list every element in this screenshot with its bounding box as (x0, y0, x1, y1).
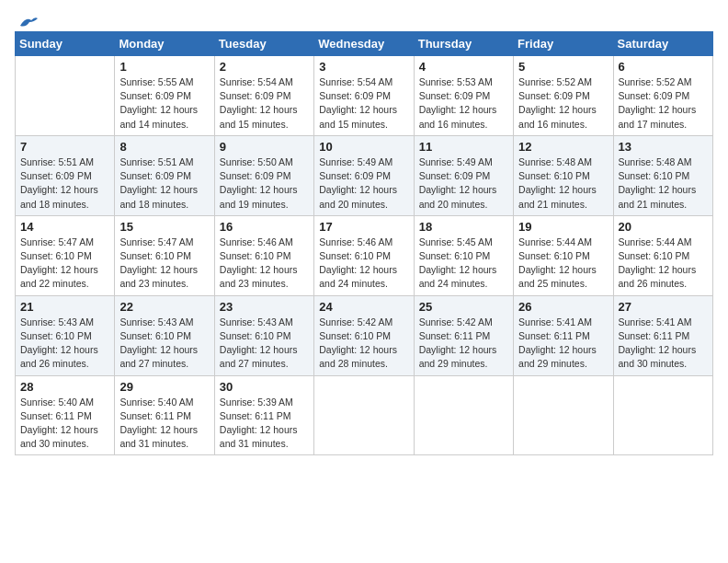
day-info: Sunrise: 5:46 AM Sunset: 6:10 PM Dayligh… (319, 236, 408, 292)
day-info: Sunrise: 5:45 AM Sunset: 6:10 PM Dayligh… (419, 236, 508, 292)
day-number: 1 (119, 60, 209, 74)
day-number: 26 (518, 300, 608, 314)
day-number: 28 (20, 380, 109, 394)
day-info: Sunrise: 5:49 AM Sunset: 6:09 PM Dayligh… (319, 155, 408, 212)
day-info: Sunrise: 5:54 AM Sunset: 6:09 PM Dayligh… (220, 75, 309, 132)
calendar-cell (414, 375, 513, 455)
day-number: 24 (319, 300, 408, 314)
day-info: Sunrise: 5:47 AM Sunset: 6:10 PM Dayligh… (20, 236, 109, 292)
calendar-cell (314, 375, 414, 455)
day-number: 15 (119, 220, 209, 234)
day-info: Sunrise: 5:46 AM Sunset: 6:10 PM Dayligh… (220, 236, 309, 292)
day-number: 19 (518, 220, 608, 234)
calendar-cell: 24Sunrise: 5:42 AM Sunset: 6:10 PM Dayli… (314, 295, 414, 375)
day-info: Sunrise: 5:53 AM Sunset: 6:09 PM Dayligh… (419, 75, 508, 132)
day-number: 7 (20, 140, 109, 154)
calendar-cell: 5Sunrise: 5:52 AM Sunset: 6:09 PM Daylig… (514, 56, 613, 136)
calendar-cell: 17Sunrise: 5:46 AM Sunset: 6:10 PM Dayli… (314, 215, 414, 295)
calendar-cell: 22Sunrise: 5:43 AM Sunset: 6:10 PM Dayli… (115, 295, 214, 375)
day-info: Sunrise: 5:40 AM Sunset: 6:11 PM Dayligh… (119, 396, 209, 452)
weekday-header-wednesday: Wednesday (314, 32, 414, 56)
day-info: Sunrise: 5:44 AM Sunset: 6:10 PM Dayligh… (619, 236, 708, 292)
day-number: 9 (220, 140, 309, 154)
calendar-cell: 27Sunrise: 5:41 AM Sunset: 6:11 PM Dayli… (613, 295, 712, 375)
weekday-header-monday: Monday (115, 32, 214, 56)
calendar-cell: 16Sunrise: 5:46 AM Sunset: 6:10 PM Dayli… (214, 215, 313, 295)
day-info: Sunrise: 5:48 AM Sunset: 6:10 PM Dayligh… (518, 155, 608, 212)
day-info: Sunrise: 5:52 AM Sunset: 6:09 PM Dayligh… (518, 75, 608, 132)
day-info: Sunrise: 5:42 AM Sunset: 6:10 PM Dayligh… (319, 316, 408, 372)
day-info: Sunrise: 5:41 AM Sunset: 6:11 PM Dayligh… (518, 316, 608, 372)
weekday-header-saturday: Saturday (613, 32, 712, 56)
weekday-header-thursday: Thursday (414, 32, 513, 56)
day-number: 20 (619, 220, 708, 234)
day-number: 29 (119, 380, 209, 394)
calendar-cell (514, 375, 613, 455)
day-info: Sunrise: 5:47 AM Sunset: 6:10 PM Dayligh… (119, 236, 209, 292)
day-info: Sunrise: 5:40 AM Sunset: 6:11 PM Dayligh… (20, 396, 109, 452)
calendar-cell: 14Sunrise: 5:47 AM Sunset: 6:10 PM Dayli… (16, 215, 115, 295)
day-number: 3 (319, 60, 408, 74)
day-number: 27 (619, 300, 708, 314)
calendar-cell: 10Sunrise: 5:49 AM Sunset: 6:09 PM Dayli… (314, 135, 414, 215)
day-info: Sunrise: 5:55 AM Sunset: 6:09 PM Dayligh… (119, 75, 209, 132)
calendar-cell: 18Sunrise: 5:45 AM Sunset: 6:10 PM Dayli… (414, 215, 513, 295)
calendar-cell (613, 375, 712, 455)
day-number: 8 (119, 140, 209, 154)
day-number: 30 (220, 380, 309, 394)
day-number: 21 (20, 300, 109, 314)
day-number: 16 (220, 220, 309, 234)
weekday-header-friday: Friday (514, 32, 613, 56)
day-info: Sunrise: 5:51 AM Sunset: 6:09 PM Dayligh… (119, 155, 209, 212)
weekday-header-row: SundayMondayTuesdayWednesdayThursdayFrid… (16, 32, 713, 56)
week-row-1: 7Sunrise: 5:51 AM Sunset: 6:09 PM Daylig… (16, 135, 713, 215)
weekday-header-tuesday: Tuesday (214, 32, 313, 56)
week-row-0: 1Sunrise: 5:55 AM Sunset: 6:09 PM Daylig… (16, 56, 713, 136)
week-row-4: 28Sunrise: 5:40 AM Sunset: 6:11 PM Dayli… (16, 375, 713, 455)
day-info: Sunrise: 5:50 AM Sunset: 6:09 PM Dayligh… (220, 155, 309, 212)
calendar-cell: 3Sunrise: 5:54 AM Sunset: 6:09 PM Daylig… (314, 56, 414, 136)
day-number: 12 (518, 140, 608, 154)
day-info: Sunrise: 5:41 AM Sunset: 6:11 PM Dayligh… (619, 316, 708, 372)
day-number: 17 (319, 220, 408, 234)
calendar-cell: 1Sunrise: 5:55 AM Sunset: 6:09 PM Daylig… (115, 56, 214, 136)
day-info: Sunrise: 5:42 AM Sunset: 6:11 PM Dayligh… (419, 316, 508, 372)
calendar-cell: 15Sunrise: 5:47 AM Sunset: 6:10 PM Dayli… (115, 215, 214, 295)
day-info: Sunrise: 5:52 AM Sunset: 6:09 PM Dayligh… (619, 75, 708, 132)
calendar-cell: 4Sunrise: 5:53 AM Sunset: 6:09 PM Daylig… (414, 56, 513, 136)
calendar-cell: 13Sunrise: 5:48 AM Sunset: 6:10 PM Dayli… (613, 135, 712, 215)
day-number: 6 (619, 60, 708, 74)
page-header (15, 15, 713, 26)
calendar-cell: 12Sunrise: 5:48 AM Sunset: 6:10 PM Dayli… (514, 135, 613, 215)
calendar-cell: 25Sunrise: 5:42 AM Sunset: 6:11 PM Dayli… (414, 295, 513, 375)
day-info: Sunrise: 5:39 AM Sunset: 6:11 PM Dayligh… (220, 396, 309, 452)
calendar-cell (16, 56, 115, 136)
day-number: 11 (419, 140, 508, 154)
day-info: Sunrise: 5:49 AM Sunset: 6:09 PM Dayligh… (419, 155, 508, 212)
logo-bird-icon (18, 15, 39, 29)
day-number: 23 (220, 300, 309, 314)
day-number: 22 (119, 300, 209, 314)
day-info: Sunrise: 5:43 AM Sunset: 6:10 PM Dayligh… (220, 316, 309, 372)
week-row-3: 21Sunrise: 5:43 AM Sunset: 6:10 PM Dayli… (16, 295, 713, 375)
day-number: 18 (419, 220, 508, 234)
calendar-cell: 19Sunrise: 5:44 AM Sunset: 6:10 PM Dayli… (514, 215, 613, 295)
week-row-2: 14Sunrise: 5:47 AM Sunset: 6:10 PM Dayli… (16, 215, 713, 295)
calendar-cell: 6Sunrise: 5:52 AM Sunset: 6:09 PM Daylig… (613, 56, 712, 136)
calendar-table: SundayMondayTuesdayWednesdayThursdayFrid… (15, 31, 713, 455)
day-number: 14 (20, 220, 109, 234)
calendar-cell: 23Sunrise: 5:43 AM Sunset: 6:10 PM Dayli… (214, 295, 313, 375)
calendar-cell: 2Sunrise: 5:54 AM Sunset: 6:09 PM Daylig… (214, 56, 313, 136)
logo (15, 15, 39, 26)
calendar-cell: 21Sunrise: 5:43 AM Sunset: 6:10 PM Dayli… (16, 295, 115, 375)
day-number: 10 (319, 140, 408, 154)
calendar-cell: 11Sunrise: 5:49 AM Sunset: 6:09 PM Dayli… (414, 135, 513, 215)
weekday-header-sunday: Sunday (16, 32, 115, 56)
day-number: 4 (419, 60, 508, 74)
day-info: Sunrise: 5:54 AM Sunset: 6:09 PM Dayligh… (319, 75, 408, 132)
calendar-cell: 20Sunrise: 5:44 AM Sunset: 6:10 PM Dayli… (613, 215, 712, 295)
calendar-cell: 7Sunrise: 5:51 AM Sunset: 6:09 PM Daylig… (16, 135, 115, 215)
day-number: 2 (220, 60, 309, 74)
calendar-cell: 28Sunrise: 5:40 AM Sunset: 6:11 PM Dayli… (16, 375, 115, 455)
calendar-cell: 9Sunrise: 5:50 AM Sunset: 6:09 PM Daylig… (214, 135, 313, 215)
